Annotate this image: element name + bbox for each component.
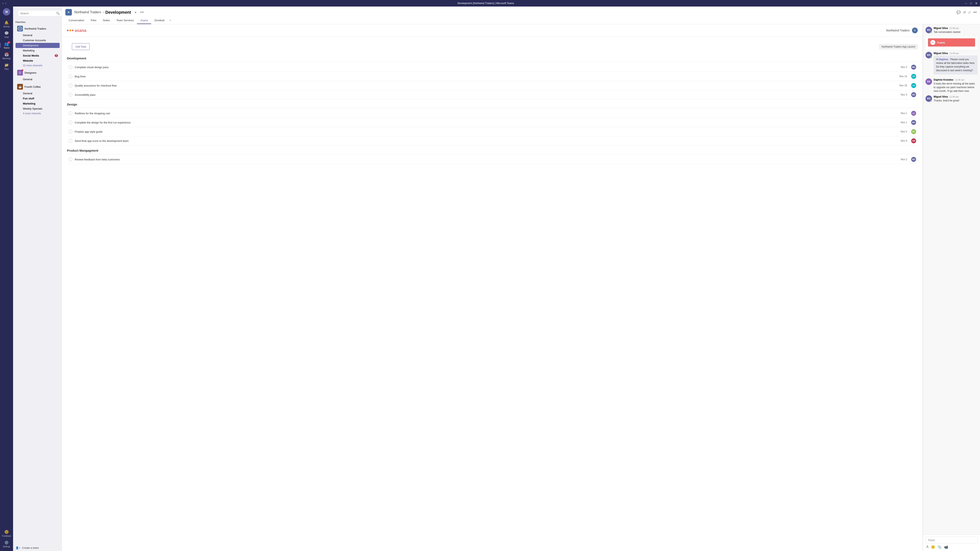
chat-message-5: MS Miguel Silva 11:40 am Thanks, that'd …	[926, 95, 978, 102]
task-date-1-2: Nov 2	[901, 130, 907, 133]
attach-icon[interactable]: 📎	[937, 545, 942, 549]
channel-more-button[interactable]: •••	[140, 10, 144, 14]
task-check-0-2[interactable]	[68, 84, 72, 87]
chat-time-3: 11:40 am	[950, 52, 959, 54]
channel-social-media[interactable]: Social Media 2	[16, 53, 60, 58]
create-team-button[interactable]: 👤+ Create a team	[13, 545, 62, 551]
maximize-button[interactable]: □	[970, 2, 972, 5]
fourth-coffee-avatar: ☕	[17, 84, 23, 90]
asana-card: ✦ Asana	[928, 38, 975, 46]
asana-dot-red	[67, 30, 68, 31]
team-northwind[interactable]: N Northwind Traders •••	[16, 24, 60, 33]
minimize-button[interactable]: –	[965, 2, 967, 5]
chat-action-icon[interactable]: 💬	[956, 10, 961, 14]
activity-icon: 🔔	[4, 21, 9, 25]
add-task-button[interactable]: Add Task	[72, 43, 90, 50]
channel-marketing-northwind[interactable]: Marketing	[16, 48, 60, 53]
tab-files[interactable]: Files	[88, 17, 100, 24]
back-button[interactable]: ‹	[2, 2, 3, 5]
activity-label: Activity	[3, 25, 10, 28]
chat-text-4: It looks like we're missing all the task…	[934, 82, 978, 93]
forward-button[interactable]: ›	[5, 2, 6, 5]
emoji-icon[interactable]: 🙂	[931, 545, 935, 549]
tab-notes[interactable]: Notes	[100, 17, 113, 24]
channel-fun-stuff[interactable]: Fun stuff	[16, 96, 60, 101]
task-date-2-0: Nov 2	[901, 158, 907, 161]
tab-conversation[interactable]: Conversation	[65, 17, 88, 24]
task-row[interactable]: Bug fixes Nov 14 CP	[67, 72, 918, 81]
task-check-1-3[interactable]	[68, 139, 72, 143]
sidebar-item-files[interactable]: 📁 Files	[0, 61, 13, 72]
channel-weekly-specials[interactable]: Weekly Specials	[16, 106, 60, 111]
channel-customer-accounts[interactable]: Customer Accounts	[16, 38, 60, 43]
search-input[interactable]	[20, 12, 54, 15]
sidebar-item-feedback[interactable]: 😊 Feedback	[2, 528, 11, 539]
channel-weekly-specials-label: Weekly Specials	[23, 107, 42, 110]
task-name-0-3: Accessibility pass	[75, 93, 898, 96]
team-designers[interactable]: D Designers •••	[16, 68, 60, 77]
left-rail: M 🔔 Activity 💬 Chat 2 👥 Teams 📅 Meetings…	[0, 6, 13, 551]
task-row[interactable]: Accessibility pass Nov 3 MS	[67, 90, 918, 99]
chat-content-1: Miguel Silva 11:40 am Tab conversation s…	[934, 27, 978, 34]
task-check-0-1[interactable]	[68, 75, 72, 78]
task-check-1-2[interactable]	[68, 130, 72, 133]
tab-zendesk[interactable]: Zendesk	[151, 17, 168, 24]
asana-logo: asana	[67, 28, 86, 33]
designers-name: Designers	[24, 71, 53, 74]
chat-content-5: Miguel Silva 11:40 am Thanks, that'd be …	[934, 95, 978, 102]
sidebar-item-meetings[interactable]: 📅 Meetings	[0, 51, 13, 61]
sidebar-item-chat[interactable]: 💬 Chat	[0, 29, 13, 40]
sidebar-item-teams[interactable]: 2 👥 Teams	[0, 40, 13, 51]
team-fourth-coffee[interactable]: ☕ Fourth Coffee •••	[16, 83, 60, 91]
files-label: Files	[4, 68, 9, 70]
close-button[interactable]: ✕	[975, 2, 978, 5]
task-check-1-0[interactable]	[68, 111, 72, 115]
channel-general-coffee[interactable]: General	[16, 91, 60, 96]
chat-sender-1: Miguel Silva	[934, 27, 948, 30]
chat-text-1: Tab conversation started	[934, 30, 978, 34]
task-check-1-1[interactable]	[68, 121, 72, 124]
northwind-more-channels[interactable]: 32 more channels	[16, 63, 60, 68]
user-avatar[interactable]: M	[3, 8, 10, 16]
task-row[interactable]: Review feedback from beta customers Nov …	[67, 155, 918, 164]
add-tab-button[interactable]: +	[168, 17, 173, 24]
task-row[interactable]: Quality assurance for checkout flow Nov …	[67, 81, 918, 90]
nav-controls[interactable]: ‹ ›	[2, 2, 6, 5]
refresh-icon[interactable]: ↺	[963, 10, 966, 14]
channel-website[interactable]: Website	[16, 58, 60, 63]
tab-team-services[interactable]: Team Services	[113, 17, 137, 24]
channel-marketing-coffee[interactable]: Marketing	[16, 101, 60, 106]
chat-label: Chat	[4, 36, 9, 38]
chat-panel: MS Miguel Silva 11:40 am Tab conversatio…	[923, 24, 980, 551]
task-row[interactable]: Complete the design for the first run ex…	[67, 118, 918, 127]
format-text-icon[interactable]: A	[926, 545, 929, 549]
task-row[interactable]: Complete visual design pass Nov 2 MS	[67, 63, 918, 72]
sidebar-item-activity[interactable]: 🔔 Activity	[0, 19, 13, 29]
window-controls[interactable]: – □ ✕	[965, 2, 978, 5]
social-media-badge: 2	[55, 54, 58, 57]
channel-development[interactable]: Development	[16, 43, 60, 48]
expand-icon[interactable]: ⤢	[968, 10, 971, 14]
chat-text-5: Thanks, that'd be great!	[934, 99, 978, 102]
video-icon[interactable]: 📹	[944, 545, 948, 549]
feedback-label: Feedback	[2, 535, 11, 537]
task-check-2-0[interactable]	[68, 157, 72, 161]
coffee-more-channels[interactable]: 4 more channels	[16, 111, 60, 116]
task-row[interactable]: Finalize app style guide Nov 2 GC	[67, 127, 918, 136]
chat-sender-3: Miguel Silva	[934, 52, 948, 55]
task-date-0-2: Nov 16	[899, 84, 907, 87]
channel-general-northwind[interactable]: General	[16, 33, 60, 38]
reply-input[interactable]: Reply	[926, 537, 978, 543]
star-button[interactable]: ★	[134, 11, 137, 14]
tab-asana[interactable]: Asana	[137, 17, 151, 24]
asana-dot-yellow	[69, 29, 71, 32]
reply-toolbar: A 🙂 📎 📹	[926, 543, 978, 549]
feedback-icon: 😊	[4, 530, 9, 534]
more-actions-icon[interactable]: •••	[973, 10, 977, 14]
task-check-0-0[interactable]	[68, 65, 72, 69]
channel-general-designers[interactable]: General	[16, 77, 60, 82]
task-check-0-3[interactable]	[68, 93, 72, 97]
task-row[interactable]: Send final app icons to the development …	[67, 136, 918, 146]
task-row[interactable]: Redlines for the shopping cart Nov 1 LC	[67, 109, 918, 118]
sidebar-item-settings[interactable]: ⚙️ Settings	[2, 539, 11, 549]
